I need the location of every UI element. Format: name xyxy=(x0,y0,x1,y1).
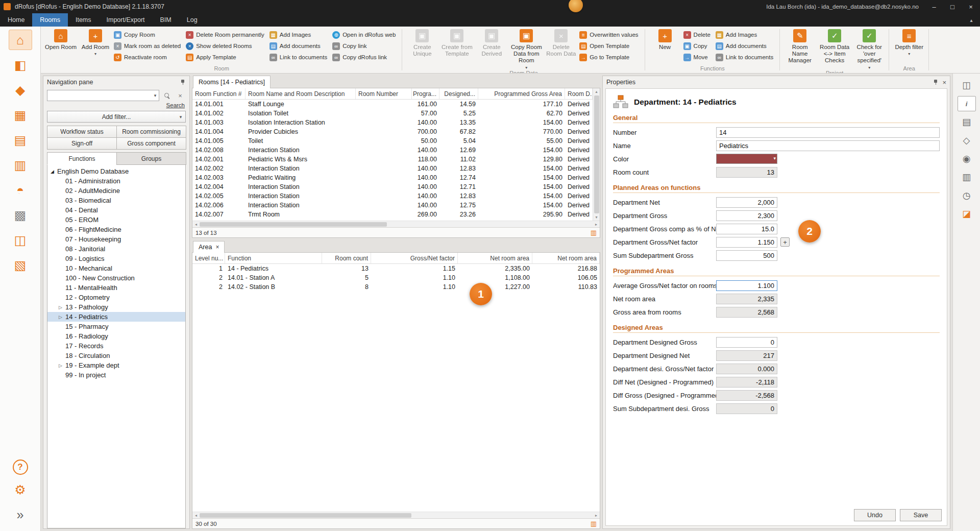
delete-room-permanently-button[interactable]: ×Delete Room permanently xyxy=(185,29,268,40)
documents-module-icon[interactable]: ▤ xyxy=(9,130,32,150)
apply-template-button[interactable]: ▤Apply Template xyxy=(185,52,268,63)
tree-item-18-circulation[interactable]: 18 - Circulation xyxy=(47,351,185,360)
table-row[interactable]: 14.01.002Isolation Toilet57.005.2562.70D… xyxy=(192,109,593,118)
add-images-button[interactable]: ▦Add Images xyxy=(268,29,331,40)
overwritten-values-button[interactable]: ≡Overwritten values xyxy=(578,29,642,40)
tree-item-08-janitorial[interactable]: 08 - Janitorial xyxy=(47,244,185,254)
field-input-department-gross[interactable] xyxy=(716,210,777,221)
tree-item-03-biomedical[interactable]: 03 - Biomedical xyxy=(47,196,185,205)
files-icon[interactable]: ▥ xyxy=(958,170,976,185)
add-filter-dropdown[interactable]: Add filter... ▾ xyxy=(47,111,186,123)
logistics-module-icon[interactable]: ◫ xyxy=(9,230,32,250)
tab-rooms[interactable]: Rooms xyxy=(32,13,68,27)
depth-filter-button[interactable]: ≡Depth filter▾ xyxy=(892,28,926,64)
filter-room-commissioning-button[interactable]: Room commissioning xyxy=(116,126,186,138)
tree-root[interactable]: ◢English Demo Database xyxy=(47,166,185,176)
view-tab-functions[interactable]: Functions xyxy=(47,152,117,165)
check-for-over-specified-button[interactable]: ✓Check for 'over specified'▾ xyxy=(852,28,887,70)
add-images-functions-button[interactable]: ▦Add Images xyxy=(715,29,777,40)
pin-icon[interactable] xyxy=(180,79,186,86)
scroll-right-icon[interactable]: ▸ xyxy=(593,513,600,518)
undo-button[interactable]: Undo xyxy=(854,509,896,521)
clear-search-icon[interactable]: × xyxy=(175,90,186,101)
table-row[interactable]: 14.02.002Interaction Station140.0012.831… xyxy=(192,164,593,173)
tree-item-13-pathology[interactable]: ▷13 - Pathology xyxy=(47,302,185,312)
field-input-department-gross-comp-as-of-net[interactable] xyxy=(716,224,777,234)
tree-item-17-records[interactable]: 17 - Records xyxy=(47,341,185,351)
scroll-down-icon[interactable]: ▾ xyxy=(595,214,597,221)
tree-item-04-dental[interactable]: 04 - Dental xyxy=(47,205,185,215)
increase-factor-button[interactable]: + xyxy=(780,237,790,247)
pin-icon[interactable] xyxy=(933,79,939,86)
expander-icon[interactable]: ▷ xyxy=(59,363,65,368)
tree-item-99-in-project[interactable]: 99 - In project xyxy=(47,370,185,380)
rooms-module-icon[interactable]: ⌂ xyxy=(9,30,32,50)
open-room-button[interactable]: ⌂Open Room xyxy=(43,28,78,64)
field-input-department-gross-net-factor[interactable] xyxy=(716,237,777,248)
tree-item-15-pharmacy[interactable]: 15 - Pharmacy xyxy=(47,322,185,331)
maximize-button[interactable]: □ xyxy=(943,0,962,13)
tree-item-05-erom[interactable]: 05 - EROM xyxy=(47,215,185,225)
link-to-documents-functions-button[interactable]: ∞Link to documents xyxy=(715,52,777,63)
tree-item-02-adultmedicine[interactable]: 02 - AdultMedicine xyxy=(47,186,185,196)
scroll-thumb[interactable] xyxy=(200,513,411,518)
table-row[interactable]: 14.01.003Isolation Interaction Station14… xyxy=(192,118,593,127)
column-header-designed[interactable]: Designed... xyxy=(439,88,478,99)
expander-icon[interactable]: ▷ xyxy=(59,305,65,310)
messages-module-icon[interactable]: ◓ xyxy=(9,180,32,200)
search-input[interactable] xyxy=(47,91,152,100)
minimize-button[interactable]: – xyxy=(925,0,943,13)
table-row[interactable]: 14.02.007Trmt Room269.0023.26295.90Deriv… xyxy=(192,210,593,219)
horizontal-scrollbar[interactable]: ◂ ▸ xyxy=(192,512,600,518)
table-row[interactable]: 14.01.005Toilet50.005.0455.00Derived xyxy=(192,136,593,146)
table-row[interactable]: 14.01.001Staff Lounge161.0014.59177.10De… xyxy=(192,100,593,109)
table-row[interactable]: 14.02.004Interaction Station140.0012.711… xyxy=(192,182,593,191)
field-input-average-gross-net-factor-on-rooms[interactable] xyxy=(716,280,777,291)
delete-function-button[interactable]: ×Delete xyxy=(682,29,715,40)
tab-items[interactable]: Items xyxy=(68,13,99,27)
room-name-manager-button[interactable]: ✎Room Name Manager xyxy=(782,28,817,64)
room-data-item-checks-button[interactable]: ✓Room Data <-> Item Checks xyxy=(817,28,852,64)
tab-bim[interactable]: BIM xyxy=(153,13,179,27)
buildings-module-icon[interactable]: ▩ xyxy=(9,205,32,225)
close-icon[interactable]: × xyxy=(215,244,219,251)
table-row[interactable]: 114 - Pediatrics131.152,335.00216.88 xyxy=(192,264,600,273)
settings-icon[interactable]: ⚙ xyxy=(9,479,32,500)
tree-item-10-mechanical[interactable]: 10 - Mechanical xyxy=(47,263,185,273)
copy-drofus-link-button[interactable]: ∞Copy dRofus link xyxy=(331,52,400,63)
scroll-up-icon[interactable]: ▴ xyxy=(595,88,597,95)
expander-icon[interactable]: ◢ xyxy=(51,169,57,174)
table-row[interactable]: 14.02.003Pediatric Waiting140.0012.74154… xyxy=(192,173,593,182)
help-icon[interactable]: ? xyxy=(13,460,28,475)
systems-module-icon[interactable]: ▦ xyxy=(9,105,32,125)
pages-icon[interactable]: ▤ xyxy=(958,114,976,130)
copy-function-button[interactable]: ▣Copy xyxy=(682,40,715,52)
table-row[interactable]: 214.02 - Station B81.101,227.00110.83 xyxy=(192,282,600,292)
show-deleted-rooms-button[interactable]: ×Show deleted Rooms xyxy=(185,40,268,52)
column-header-room-count[interactable]: Room count xyxy=(322,253,371,263)
field-input-name[interactable] xyxy=(716,140,940,151)
color-picker[interactable]: ▾ xyxy=(716,154,777,164)
horizontal-scrollbar[interactable]: ◂ ▸ xyxy=(192,221,600,227)
collapse-ribbon-button[interactable]: ▴ xyxy=(963,13,980,27)
field-input-department-designed-gross[interactable] xyxy=(716,337,777,348)
column-header-room-function[interactable]: Room Function # xyxy=(192,88,246,99)
camera-icon[interactable]: ◉ xyxy=(958,151,976,166)
search-icon[interactable] xyxy=(161,90,173,101)
tab-rooms[interactable]: Rooms [14 - Pediatrics] xyxy=(193,76,271,88)
column-header-room-number[interactable]: Room Number xyxy=(356,88,412,99)
close-window-button[interactable]: × xyxy=(962,0,980,13)
open-template-button[interactable]: ▤Open Template xyxy=(578,40,642,52)
tab-import-export[interactable]: Import/Export xyxy=(99,13,153,27)
scroll-left-icon[interactable]: ◂ xyxy=(192,513,200,518)
tree-item-01-administration[interactable]: 01 - Administration xyxy=(47,176,185,186)
table-row[interactable]: 14.02.005Interaction Station140.0012.831… xyxy=(192,191,593,201)
go-to-template-button[interactable]: →Go to Template xyxy=(578,52,642,63)
column-header-progra[interactable]: Progra... xyxy=(412,88,439,99)
info-icon[interactable]: i xyxy=(958,96,976,111)
scroll-thumb[interactable] xyxy=(594,95,599,213)
model-icon[interactable]: ◇ xyxy=(958,133,976,148)
tree-item-09-logistics[interactable]: 09 - Logistics xyxy=(47,254,185,263)
stats-icon[interactable]: ◪ xyxy=(958,206,976,222)
view-tab-groups[interactable]: Groups xyxy=(116,152,186,165)
